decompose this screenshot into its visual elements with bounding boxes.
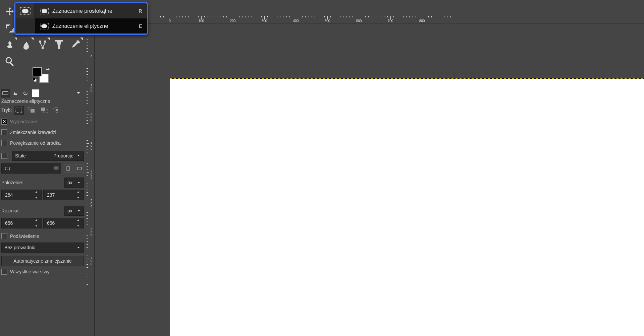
- swap-colors-icon[interactable]: [45, 67, 51, 72]
- spinner-arrows[interactable]: ▲▼: [35, 219, 40, 227]
- svg-rect-11: [77, 167, 82, 170]
- flyout-item-rect-select[interactable]: Zaznaczenie prostokątne R: [35, 3, 147, 18]
- expand-center-label: Powiększanie od środka: [10, 140, 61, 146]
- orientation-landscape-button[interactable]: [75, 164, 84, 173]
- foreground-color-swatch[interactable]: [33, 67, 42, 76]
- ruler-tick: 600: [87, 230, 89, 230]
- fixed-kind-label: Stałe: [15, 153, 26, 158]
- size-w-input[interactable]: 656 ▲▼: [1, 218, 42, 228]
- text-tool[interactable]: [51, 37, 67, 53]
- position-unit-select[interactable]: px: [64, 178, 84, 188]
- spinner-arrows[interactable]: ▲▼: [35, 191, 40, 199]
- flyout-row-ellipse: Zaznaczenie eliptyczne E: [15, 18, 147, 33]
- ruler-tick: 200: [87, 115, 89, 115]
- color-swatches: [32, 66, 52, 83]
- ruler-tick: 300: [87, 143, 89, 144]
- image-thumbnail-icon: [32, 89, 39, 97]
- selection-border-left: [170, 78, 170, 79]
- guides-select[interactable]: Bez prowadnic: [1, 243, 84, 253]
- chevron-down-icon: [76, 153, 81, 159]
- position-x-input[interactable]: 264 ▲▼: [1, 190, 42, 200]
- paths-tool[interactable]: [35, 37, 51, 53]
- flyout-item-label: Zaznaczenie prostokątne: [52, 8, 139, 14]
- tab-menu-icon[interactable]: [74, 89, 83, 97]
- fixed-mode-label: Proporcje: [53, 153, 73, 158]
- auto-shrink-label: Automatyczne zmniejszanie: [13, 258, 72, 264]
- tab-device-status[interactable]: [11, 89, 20, 97]
- auto-shrink-button[interactable]: Automatyczne zmniejszanie: [1, 256, 84, 266]
- size-unit: px: [67, 208, 72, 213]
- canvas-area: 0100200300400500600700: [86, 0, 644, 336]
- mode-add-button[interactable]: [26, 106, 37, 115]
- toolbox-panel: Zaznaczenie eliptyczne Tryb: ✕ Wygładzan…: [0, 0, 86, 336]
- mode-replace-button[interactable]: [14, 106, 24, 115]
- all-layers-row: Wszystkie warstwy: [1, 269, 84, 275]
- zoom-tool[interactable]: [2, 53, 18, 69]
- position-y-value: 237: [47, 192, 55, 198]
- mode-row: Tryb:: [1, 106, 84, 115]
- size-unit-select[interactable]: px: [64, 206, 84, 216]
- clear-input-icon[interactable]: [53, 166, 59, 172]
- ruler-tick: [359, 16, 359, 19]
- ruler-tick: 700: [87, 259, 89, 259]
- position-section: Położenie: px: [1, 178, 84, 188]
- tool-options-body: Tryb: ✕ Wygładzanie Zmiękczanie krawędzi: [1, 106, 84, 277]
- all-layers-checkbox[interactable]: [1, 269, 7, 275]
- mode-intersect-button[interactable]: [52, 106, 62, 115]
- orientation-portrait-button[interactable]: [64, 164, 72, 173]
- image-canvas[interactable]: [170, 78, 644, 336]
- antialiasing-checkbox[interactable]: ✕: [1, 119, 7, 125]
- aspect-ratio-input[interactable]: 1:1: [1, 163, 61, 174]
- tool-options-title: Zaznaczenie eliptyczne: [1, 98, 50, 104]
- expand-center-checkbox[interactable]: [1, 140, 7, 146]
- ruler-tick: [201, 16, 202, 19]
- position-label: Położenie:: [1, 180, 23, 185]
- ruler-tick: 400: [87, 172, 89, 173]
- default-colors-icon[interactable]: [33, 78, 37, 82]
- size-h-input[interactable]: 656 ▲▼: [43, 218, 84, 228]
- spinner-arrows[interactable]: ▲▼: [77, 191, 82, 199]
- ruler-tick: [422, 16, 422, 19]
- expand-center-row: Powiększanie od środka: [1, 140, 84, 146]
- horizontal-ruler[interactable]: [95, 16, 644, 23]
- flyout-item-ellipse-select[interactable]: Zaznaczenie eliptyczne E: [35, 18, 147, 33]
- clone-tool[interactable]: [2, 37, 18, 53]
- size-label: Rozmiar:: [1, 208, 20, 213]
- spinner-arrows[interactable]: ▲▼: [77, 219, 82, 227]
- ruler-tick: [390, 16, 391, 19]
- ruler-tick: [264, 16, 265, 19]
- color-picker-tool[interactable]: [67, 37, 84, 53]
- position-y-input[interactable]: 237 ▲▼: [43, 190, 84, 200]
- smudge-tool[interactable]: [18, 37, 34, 53]
- svg-rect-15: [42, 9, 47, 13]
- group-indicator-icon: [14, 38, 17, 40]
- vertical-ruler[interactable]: 0100200300400500600700: [87, 23, 95, 336]
- feather-row: Zmiękczanie krawędzi: [1, 129, 84, 135]
- highlight-row: Podświetlenie: [1, 233, 84, 239]
- svg-rect-9: [56, 109, 58, 111]
- svg-rect-10: [67, 166, 69, 171]
- fixed-mode-select[interactable]: Stałe Proporcje: [12, 151, 84, 161]
- antialiasing-label: Wygładzanie: [10, 119, 37, 124]
- guides-label: Bez prowadnic: [4, 245, 35, 250]
- position-x-value: 264: [5, 192, 13, 198]
- tab-images[interactable]: [31, 89, 40, 97]
- mode-subtract-button[interactable]: [39, 106, 49, 115]
- tab-tool-options[interactable]: [1, 89, 10, 97]
- size-wh-row: 656 ▲▼ 656 ▲▼: [1, 218, 84, 228]
- position-unit: px: [67, 180, 72, 185]
- highlight-label: Podświetlenie: [10, 233, 39, 239]
- fixed-checkbox[interactable]: [1, 153, 7, 159]
- svg-point-0: [6, 58, 11, 63]
- group-indicator-icon: [47, 38, 50, 40]
- svg-point-17: [41, 24, 47, 28]
- feather-label: Zmiękczanie krawędzi: [10, 130, 56, 135]
- group-indicator-icon: [31, 38, 34, 40]
- ruler-tick: [233, 16, 233, 19]
- tab-undo-history[interactable]: [21, 89, 30, 97]
- svg-rect-2: [16, 108, 22, 113]
- feather-checkbox[interactable]: [1, 129, 7, 135]
- highlight-checkbox[interactable]: [1, 233, 7, 239]
- fixed-row: Stałe Proporcje: [1, 151, 84, 161]
- ruler-tick: 0: [87, 57, 89, 57]
